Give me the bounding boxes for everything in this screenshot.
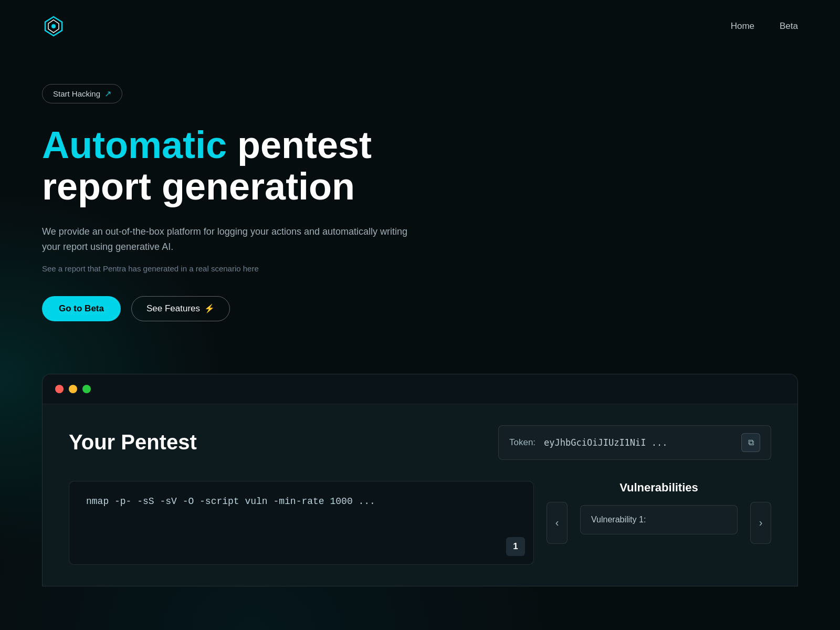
nav-home[interactable]: Home xyxy=(731,21,754,32)
traffic-light-yellow xyxy=(69,385,77,393)
hero-report-link[interactable]: See a report that Pentra has generated i… xyxy=(42,264,430,273)
hero-section: Start Hacking ↗ Automatic pentest report… xyxy=(0,52,472,342)
copy-icon: ⧉ xyxy=(748,438,754,447)
scroll-right-icon: › xyxy=(759,517,763,529)
token-box: Token: eyJhbGciOiJIUzI1NiI ... ⧉ xyxy=(498,425,771,460)
copy-token-button[interactable]: ⧉ xyxy=(741,433,760,452)
scroll-left-icon: ‹ xyxy=(555,517,559,529)
command-panel: nmap -p- -sS -sV -O -script vuln -min-ra… xyxy=(69,481,534,565)
go-to-beta-button[interactable]: Go to Beta xyxy=(42,296,121,321)
see-features-button[interactable]: See Features ⚡ xyxy=(131,296,230,321)
scroll-right-button[interactable]: › xyxy=(750,502,771,544)
window-body: nmap -p- -sS -sV -O -script vuln -min-ra… xyxy=(69,481,771,565)
start-hacking-label: Start Hacking xyxy=(53,89,100,98)
traffic-light-red xyxy=(55,385,64,393)
scroll-left-button[interactable]: ‹ xyxy=(547,502,568,544)
token-value: eyJhbGciOiJIUzI1NiI ... xyxy=(544,437,733,448)
command-text: nmap -p- -sS -sV -O -script vuln -min-ra… xyxy=(86,496,375,507)
navbar: Home Beta xyxy=(0,0,840,52)
hero-subtitle: We provide an out-of-the-box platform fo… xyxy=(42,224,420,255)
hero-title: Automatic pentest report generation xyxy=(42,124,430,207)
window-header: Your Pentest Token: eyJhbGciOiJIUzI1NiI … xyxy=(69,425,771,460)
vuln-section-title: Vulnerabilities xyxy=(580,481,738,495)
nav-beta[interactable]: Beta xyxy=(780,21,798,32)
command-badge: 1 xyxy=(506,537,525,556)
cta-buttons: Go to Beta See Features ⚡ xyxy=(42,296,430,321)
arrow-icon: ↗ xyxy=(104,89,111,99)
vuln-item-1: Vulnerability 1: xyxy=(580,505,738,534)
window-titlebar xyxy=(43,374,797,404)
lightning-icon: ⚡ xyxy=(204,303,215,313)
nav-links: Home Beta xyxy=(731,21,798,32)
hero-title-accent: Automatic xyxy=(42,124,227,166)
see-features-label: See Features xyxy=(146,303,200,314)
app-window: Your Pentest Token: eyJhbGciOiJIUzI1NiI … xyxy=(42,374,798,586)
window-content: Your Pentest Token: eyJhbGciOiJIUzI1NiI … xyxy=(43,404,797,586)
vuln-panel: Vulnerabilities Vulnerability 1: xyxy=(580,481,738,534)
logo[interactable] xyxy=(42,15,65,38)
traffic-light-green xyxy=(82,385,91,393)
start-hacking-button[interactable]: Start Hacking ↗ xyxy=(42,84,122,103)
token-label: Token: xyxy=(509,437,536,448)
pentest-title: Your Pentest xyxy=(69,430,197,454)
svg-point-2 xyxy=(51,24,56,28)
